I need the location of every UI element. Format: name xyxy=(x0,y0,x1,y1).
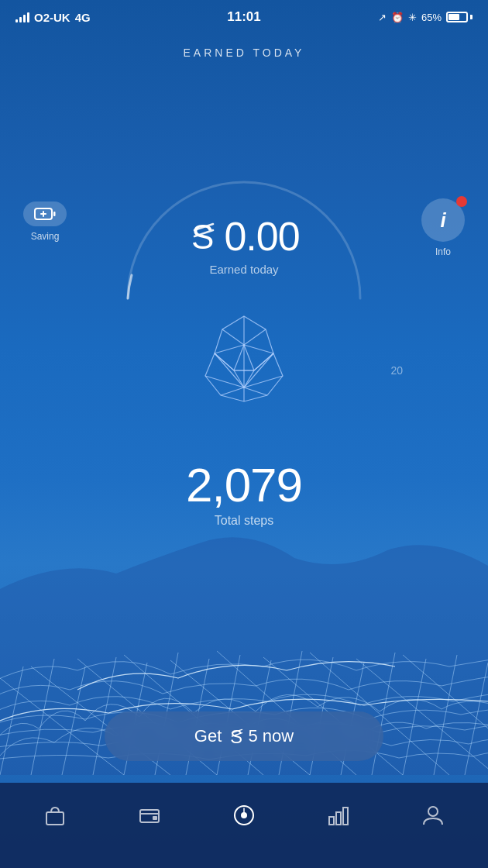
cta-currency-icon: S xyxy=(228,725,246,747)
cta-button[interactable]: Get S 5 now xyxy=(105,711,383,761)
bluetooth-icon: ✳ xyxy=(408,12,417,23)
battery-plus-icon xyxy=(34,207,56,221)
gauge-value-label: 20 xyxy=(390,364,403,377)
gem-shape xyxy=(182,302,306,426)
time-label: 11:01 xyxy=(227,9,260,25)
svg-line-19 xyxy=(244,388,267,395)
gem-svg xyxy=(182,302,306,426)
nav-item-dashboard[interactable] xyxy=(221,804,267,832)
saving-label: Saving xyxy=(31,231,60,242)
svg-line-9 xyxy=(244,329,266,345)
info-button[interactable]: i Info xyxy=(421,198,465,257)
dashboard-icon xyxy=(232,804,256,832)
location-icon: ↗ xyxy=(378,12,387,23)
signal-icon xyxy=(15,12,29,22)
saving-icon xyxy=(23,202,67,226)
battery-label: 65% xyxy=(421,12,442,23)
nav-item-profile[interactable] xyxy=(410,804,456,832)
carrier-label: O2-UK xyxy=(34,11,70,24)
status-right: ↗ ⏰ ✳ 65% xyxy=(378,12,473,23)
cta-get-label: Get xyxy=(194,726,222,746)
cta-amount-label: 5 xyxy=(248,726,257,746)
wallet-icon xyxy=(139,804,160,832)
svg-line-14 xyxy=(222,329,244,345)
steps-section: 2,079 Total steps xyxy=(0,457,488,528)
earnings-label: Earned today xyxy=(0,263,488,276)
currency-symbol-icon: S xyxy=(188,216,219,257)
svg-line-10 xyxy=(244,345,273,353)
info-label: Info xyxy=(435,246,451,257)
nav-item-chart[interactable] xyxy=(315,804,362,832)
svg-rect-55 xyxy=(46,812,64,825)
chart-icon xyxy=(328,804,349,832)
svg-line-13 xyxy=(215,345,244,353)
steps-count: 2,079 xyxy=(0,457,488,512)
person-icon xyxy=(422,804,444,832)
svg-line-21 xyxy=(221,388,244,395)
steps-label: Total steps xyxy=(0,514,488,528)
svg-rect-62 xyxy=(336,812,341,825)
svg-rect-57 xyxy=(153,816,157,820)
svg-rect-61 xyxy=(329,817,334,825)
svg-line-12 xyxy=(234,345,244,370)
earnings-display: S 0.00 Earned today xyxy=(0,213,488,276)
svg-line-11 xyxy=(244,345,254,370)
saving-button[interactable]: Saving xyxy=(23,202,67,242)
bottom-nav xyxy=(0,783,488,868)
status-left: O2-UK 4G xyxy=(15,11,91,24)
svg-point-64 xyxy=(428,807,438,816)
earnings-amount: S 0.00 xyxy=(0,213,488,260)
svg-rect-63 xyxy=(343,808,348,825)
info-notification-dot xyxy=(456,196,467,207)
network-label: 4G xyxy=(75,11,91,24)
svg-rect-1 xyxy=(53,212,56,216)
battery-icon xyxy=(446,12,473,22)
earnings-value: 0.00 xyxy=(224,213,299,260)
info-icon: i xyxy=(421,198,465,242)
nav-item-shop[interactable] xyxy=(32,804,78,832)
shop-icon xyxy=(44,804,66,832)
cta-suffix-label: now xyxy=(263,726,294,746)
nav-item-wallet[interactable] xyxy=(126,804,173,832)
status-bar: O2-UK 4G 11:01 ↗ ⏰ ✳ 65% xyxy=(0,0,488,34)
alarm-icon: ⏰ xyxy=(391,12,404,23)
page-title: EARNED TODAY xyxy=(0,46,488,59)
